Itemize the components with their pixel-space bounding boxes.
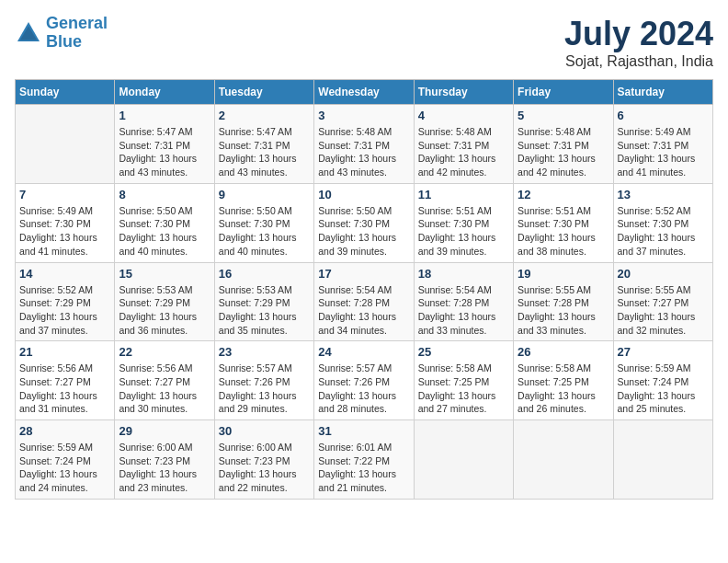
calendar-cell: 14Sunrise: 5:52 AM Sunset: 7:29 PM Dayli… xyxy=(16,262,115,341)
day-info: Sunrise: 5:57 AM Sunset: 7:26 PM Dayligh… xyxy=(219,362,310,416)
week-row-2: 7Sunrise: 5:49 AM Sunset: 7:30 PM Daylig… xyxy=(16,183,713,262)
day-info: Sunrise: 5:53 AM Sunset: 7:29 PM Dayligh… xyxy=(219,283,310,338)
day-number: 4 xyxy=(418,109,509,122)
week-row-5: 28Sunrise: 5:59 AM Sunset: 7:24 PM Dayli… xyxy=(16,420,713,500)
calendar-cell: 13Sunrise: 5:52 AM Sunset: 7:30 PM Dayli… xyxy=(613,183,712,262)
calendar-cell: 2Sunrise: 5:47 AM Sunset: 7:31 PM Daylig… xyxy=(214,105,313,184)
header-friday: Friday xyxy=(514,80,613,105)
day-info: Sunrise: 5:59 AM Sunset: 7:24 PM Dayligh… xyxy=(19,441,110,495)
day-number: 25 xyxy=(418,345,509,359)
day-number: 3 xyxy=(318,109,409,122)
title-block: July 2024 Sojat, Rajasthan, India xyxy=(564,15,713,70)
day-info: Sunrise: 5:48 AM Sunset: 7:31 PM Dayligh… xyxy=(418,125,509,179)
day-number: 31 xyxy=(318,424,409,438)
calendar-cell: 31Sunrise: 6:01 AM Sunset: 7:22 PM Dayli… xyxy=(314,420,414,500)
day-number: 15 xyxy=(119,267,210,281)
logo: General Blue xyxy=(15,15,108,52)
logo-line1: General xyxy=(46,14,108,32)
day-number: 2 xyxy=(219,109,310,122)
header-wednesday: Wednesday xyxy=(314,80,414,105)
day-number: 14 xyxy=(19,267,110,281)
day-info: Sunrise: 5:55 AM Sunset: 7:27 PM Dayligh… xyxy=(618,283,709,338)
day-info: Sunrise: 5:55 AM Sunset: 7:28 PM Dayligh… xyxy=(518,283,609,338)
day-info: Sunrise: 5:58 AM Sunset: 7:25 PM Dayligh… xyxy=(418,362,509,416)
day-number: 24 xyxy=(318,345,409,359)
day-number: 17 xyxy=(318,267,409,281)
calendar-cell: 6Sunrise: 5:49 AM Sunset: 7:31 PM Daylig… xyxy=(613,105,712,184)
header-saturday: Saturday xyxy=(613,80,712,105)
day-number: 7 xyxy=(19,188,110,201)
page-subtitle: Sojat, Rajasthan, India xyxy=(564,53,713,70)
day-info: Sunrise: 5:48 AM Sunset: 7:31 PM Dayligh… xyxy=(318,125,409,179)
day-info: Sunrise: 5:54 AM Sunset: 7:28 PM Dayligh… xyxy=(418,283,509,338)
logo-line2: Blue xyxy=(46,32,82,51)
day-number: 10 xyxy=(318,188,409,201)
day-number: 22 xyxy=(119,345,210,359)
calendar-cell: 22Sunrise: 5:56 AM Sunset: 7:27 PM Dayli… xyxy=(115,341,214,420)
calendar-header-row: SundayMondayTuesdayWednesdayThursdayFrid… xyxy=(16,80,713,105)
day-info: Sunrise: 6:01 AM Sunset: 7:22 PM Dayligh… xyxy=(318,441,409,495)
day-number: 20 xyxy=(618,267,709,281)
day-number: 8 xyxy=(119,188,210,201)
day-info: Sunrise: 5:52 AM Sunset: 7:29 PM Dayligh… xyxy=(19,283,110,338)
day-number: 19 xyxy=(518,267,609,281)
calendar-cell: 30Sunrise: 6:00 AM Sunset: 7:23 PM Dayli… xyxy=(214,420,313,500)
day-number: 6 xyxy=(618,109,709,122)
calendar-cell: 10Sunrise: 5:50 AM Sunset: 7:30 PM Dayli… xyxy=(314,183,414,262)
day-number: 9 xyxy=(219,188,310,201)
calendar-cell: 19Sunrise: 5:55 AM Sunset: 7:28 PM Dayli… xyxy=(514,262,613,341)
day-number: 26 xyxy=(518,345,609,359)
day-info: Sunrise: 5:51 AM Sunset: 7:30 PM Dayligh… xyxy=(418,204,509,259)
day-info: Sunrise: 5:51 AM Sunset: 7:30 PM Dayligh… xyxy=(518,204,609,259)
week-row-3: 14Sunrise: 5:52 AM Sunset: 7:29 PM Dayli… xyxy=(16,262,713,341)
day-info: Sunrise: 5:50 AM Sunset: 7:30 PM Dayligh… xyxy=(318,204,409,259)
header-monday: Monday xyxy=(115,80,214,105)
calendar-cell: 28Sunrise: 5:59 AM Sunset: 7:24 PM Dayli… xyxy=(16,420,115,500)
day-number: 28 xyxy=(19,424,110,438)
day-number: 29 xyxy=(119,424,210,438)
calendar-table: SundayMondayTuesdayWednesdayThursdayFrid… xyxy=(15,79,713,500)
day-number: 5 xyxy=(518,109,609,122)
day-info: Sunrise: 5:49 AM Sunset: 7:30 PM Dayligh… xyxy=(19,204,110,259)
day-number: 1 xyxy=(119,109,210,122)
day-info: Sunrise: 5:58 AM Sunset: 7:25 PM Dayligh… xyxy=(518,362,609,416)
day-number: 21 xyxy=(19,345,110,359)
calendar-cell: 4Sunrise: 5:48 AM Sunset: 7:31 PM Daylig… xyxy=(414,105,513,184)
calendar-cell: 24Sunrise: 5:57 AM Sunset: 7:26 PM Dayli… xyxy=(314,341,414,420)
calendar-cell: 27Sunrise: 5:59 AM Sunset: 7:24 PM Dayli… xyxy=(613,341,712,420)
day-info: Sunrise: 5:56 AM Sunset: 7:27 PM Dayligh… xyxy=(119,362,210,416)
day-info: Sunrise: 5:53 AM Sunset: 7:29 PM Dayligh… xyxy=(119,283,210,338)
calendar-cell: 16Sunrise: 5:53 AM Sunset: 7:29 PM Dayli… xyxy=(214,262,313,341)
day-number: 11 xyxy=(418,188,509,201)
calendar-cell xyxy=(514,420,613,500)
logo-text: General Blue xyxy=(46,15,108,52)
calendar-cell: 12Sunrise: 5:51 AM Sunset: 7:30 PM Dayli… xyxy=(514,183,613,262)
day-info: Sunrise: 6:00 AM Sunset: 7:23 PM Dayligh… xyxy=(219,441,310,495)
day-info: Sunrise: 5:57 AM Sunset: 7:26 PM Dayligh… xyxy=(318,362,409,416)
calendar-cell: 5Sunrise: 5:48 AM Sunset: 7:31 PM Daylig… xyxy=(514,105,613,184)
calendar-cell: 1Sunrise: 5:47 AM Sunset: 7:31 PM Daylig… xyxy=(115,105,214,184)
page-title: July 2024 xyxy=(564,15,713,53)
day-info: Sunrise: 5:52 AM Sunset: 7:30 PM Dayligh… xyxy=(618,204,709,259)
calendar-cell: 25Sunrise: 5:58 AM Sunset: 7:25 PM Dayli… xyxy=(414,341,513,420)
calendar-cell xyxy=(16,105,115,184)
calendar-cell: 15Sunrise: 5:53 AM Sunset: 7:29 PM Dayli… xyxy=(115,262,214,341)
day-number: 18 xyxy=(418,267,509,281)
header-tuesday: Tuesday xyxy=(214,80,313,105)
calendar-cell: 11Sunrise: 5:51 AM Sunset: 7:30 PM Dayli… xyxy=(414,183,513,262)
day-number: 12 xyxy=(518,188,609,201)
day-info: Sunrise: 5:47 AM Sunset: 7:31 PM Dayligh… xyxy=(219,125,310,179)
calendar-cell: 21Sunrise: 5:56 AM Sunset: 7:27 PM Dayli… xyxy=(16,341,115,420)
calendar-cell: 20Sunrise: 5:55 AM Sunset: 7:27 PM Dayli… xyxy=(613,262,712,341)
page-header: General Blue July 2024 Sojat, Rajasthan,… xyxy=(15,15,713,70)
week-row-4: 21Sunrise: 5:56 AM Sunset: 7:27 PM Dayli… xyxy=(16,341,713,420)
day-info: Sunrise: 5:47 AM Sunset: 7:31 PM Dayligh… xyxy=(119,125,210,179)
day-number: 13 xyxy=(618,188,709,201)
day-info: Sunrise: 6:00 AM Sunset: 7:23 PM Dayligh… xyxy=(119,441,210,495)
calendar-cell: 9Sunrise: 5:50 AM Sunset: 7:30 PM Daylig… xyxy=(214,183,313,262)
calendar-cell: 17Sunrise: 5:54 AM Sunset: 7:28 PM Dayli… xyxy=(314,262,414,341)
calendar-cell: 18Sunrise: 5:54 AM Sunset: 7:28 PM Dayli… xyxy=(414,262,513,341)
calendar-cell: 7Sunrise: 5:49 AM Sunset: 7:30 PM Daylig… xyxy=(16,183,115,262)
calendar-cell: 3Sunrise: 5:48 AM Sunset: 7:31 PM Daylig… xyxy=(314,105,414,184)
day-info: Sunrise: 5:59 AM Sunset: 7:24 PM Dayligh… xyxy=(618,362,709,416)
